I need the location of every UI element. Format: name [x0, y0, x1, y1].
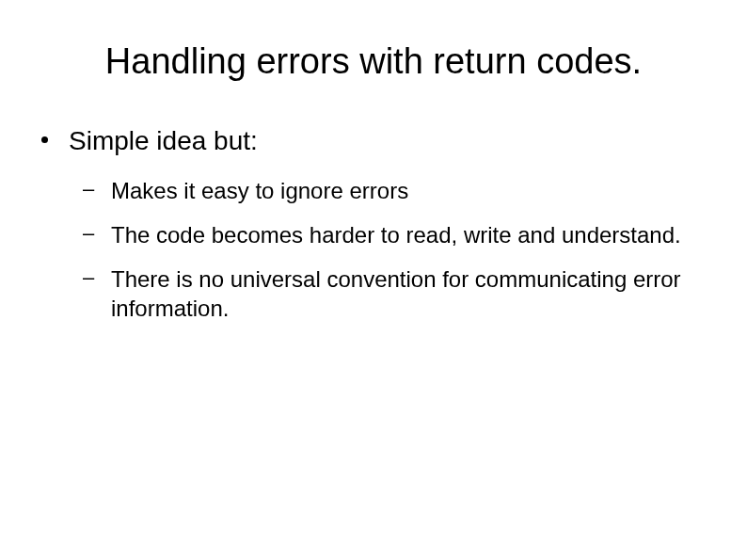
list-item: – Makes it easy to ignore errors	[81, 176, 694, 205]
bullet-icon	[41, 136, 48, 143]
list-item: – The code becomes harder to read, write…	[81, 220, 694, 249]
dash-icon: –	[81, 176, 96, 203]
list-item-text: The code becomes harder to read, write a…	[111, 220, 681, 249]
list-item-text: Makes it easy to ignore errors	[111, 176, 408, 205]
dash-icon: –	[81, 264, 96, 292]
sublist: – Makes it easy to ignore errors – The c…	[53, 176, 694, 324]
list-item-text: Simple idea but:	[69, 125, 258, 157]
slide-title: Handling errors with return codes.	[53, 41, 694, 82]
dash-icon: –	[81, 220, 96, 248]
list-item-text: There is no universal convention for com…	[111, 264, 694, 323]
list-item: – There is no universal convention for c…	[81, 264, 694, 323]
list-item: Simple idea but:	[53, 125, 694, 157]
slide: Handling errors with return codes. Simpl…	[0, 0, 747, 560]
slide-body: Simple idea but: – Makes it easy to igno…	[53, 125, 694, 323]
